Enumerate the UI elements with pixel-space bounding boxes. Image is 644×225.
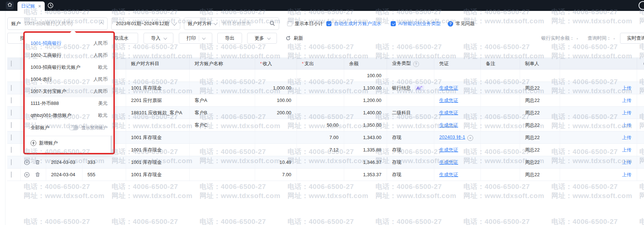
account-select[interactable]: 账户 1001-招商银行(人民币) — [7, 17, 108, 30]
account-option-4[interactable]: 1007-支付宝账户人民币 — [25, 85, 113, 97]
watermark-phone: 电话：4006-6500-27 — [287, 217, 354, 225]
checkbox-auto-flow[interactable]: 自动生成对方账户流水 — [326, 17, 381, 30]
column-header-upload — [560, 58, 637, 70]
account-option-currency: 人民币 — [93, 52, 108, 59]
generate-voucher-link[interactable]: 生成凭证 — [439, 147, 458, 153]
row-checkbox[interactable] — [11, 171, 12, 178]
column-header-check — [7, 58, 20, 70]
show-disabled-toggle[interactable] — [69, 125, 79, 130]
cell-counterparty — [189, 82, 255, 94]
cell-check — [7, 82, 20, 94]
cell-subject: 1001 库存现金 — [126, 156, 189, 169]
print-button[interactable]: 打印 — [179, 33, 212, 44]
row-checkbox[interactable] — [11, 159, 12, 165]
import-button[interactable]: 导入 — [144, 33, 173, 44]
generate-voucher-link[interactable]: 生成凭证 — [439, 172, 458, 177]
cell-no: 333 — [82, 156, 126, 169]
cell-date: 2024-03-03 — [46, 156, 82, 169]
cell-counterparty: 客户A — [189, 94, 255, 107]
refresh-button[interactable]: 刷新 — [281, 33, 308, 44]
chevron-down-icon[interactable] — [202, 36, 206, 40]
column-header-label: 支出 — [305, 61, 314, 66]
cell-gear — [637, 82, 644, 94]
generate-voucher-link[interactable]: 生成凭证 — [439, 85, 458, 91]
checkbox-ai-type[interactable]: AI智能识别业务类型 — [391, 17, 440, 30]
all-accounts-row[interactable]: 全部账户 显示禁用账户 — [25, 121, 113, 134]
row-checkbox[interactable] — [11, 97, 12, 103]
watermark-phone: 电话：4006-6500-27 — [24, 182, 90, 192]
tab-close-icon[interactable]: × — [38, 4, 41, 9]
select-all-checkbox[interactable] — [11, 60, 12, 67]
account-option-1[interactable]: 1002-工商银行人民币 — [25, 49, 113, 61]
voucher-number-link[interactable]: 202403 转-1 — [439, 134, 466, 140]
search-input[interactable]: 科目名称查询 — [222, 20, 267, 27]
column-header-label: 余额 — [349, 61, 359, 66]
watermark-phone: 电话：4006-6500-27 — [639, 182, 644, 192]
refresh-icon — [286, 36, 291, 41]
row-checkbox[interactable] — [11, 122, 12, 128]
upload-attachment-link[interactable]: 上传 — [622, 172, 632, 177]
watermark-phone: 电话：4006-6500-27 — [463, 217, 530, 225]
tab-journal[interactable]: 日记账 × — [17, 1, 45, 11]
account-option-currency: 人民币 — [93, 88, 108, 95]
upload-attachment-link[interactable]: 上传 — [622, 98, 632, 103]
cell-income — [255, 119, 297, 131]
export-button[interactable]: 导出 — [217, 33, 242, 44]
subject-search-box[interactable]: 账户对方科 科目名称查询 — [184, 17, 279, 30]
upload-attachment-link[interactable]: 上传 — [622, 110, 632, 115]
cell-subject — [126, 70, 189, 82]
dropdown-scrollbar[interactable] — [110, 135, 112, 154]
account-option-6[interactable]: qthbzj001-微信账户欧元 — [25, 109, 113, 121]
chevron-down-icon — [214, 21, 217, 25]
cell-income — [255, 131, 297, 144]
add-row-icon[interactable] — [24, 171, 30, 178]
checkbox-daily-subtotal[interactable]: 显示本日小计 — [287, 17, 323, 30]
remove-voucher-icon[interactable]: × — [467, 135, 473, 141]
search-field-select[interactable]: 账户对方科 — [188, 20, 212, 27]
row-checkbox[interactable] — [11, 147, 12, 153]
cell-income — [255, 70, 297, 82]
row-checkbox[interactable] — [11, 85, 12, 91]
checkbox-checked-icon[interactable] — [391, 21, 396, 26]
delete-row-trash-icon[interactable] — [35, 159, 41, 166]
account-option-3[interactable]: 1004-农行人民币 — [25, 73, 113, 85]
generate-voucher-link[interactable]: 生成凭证 — [439, 159, 458, 165]
search-icon[interactable] — [269, 20, 275, 27]
upload-attachment-link[interactable]: 上传 — [622, 122, 632, 128]
account-option-0[interactable]: 1001-招商银行人民币 — [25, 37, 113, 49]
account-option-2[interactable]: 1003-招商银行欧元账户欧元 — [25, 61, 113, 73]
period-select[interactable]: 2023年01期~2024年12期 — [111, 17, 180, 30]
help-circle-icon[interactable]: ? — [413, 61, 419, 67]
row-checkbox[interactable] — [11, 110, 12, 116]
watermark-phone: 电话：4006-6500-27 — [375, 182, 442, 192]
upload-attachment-link[interactable]: 上传 — [622, 85, 632, 91]
history-icon[interactable] — [47, 2, 54, 9]
upload-attachment-link[interactable]: 上传 — [622, 147, 632, 153]
row-checkbox[interactable] — [11, 134, 12, 141]
account-option-5[interactable]: 1111-外币888美元 — [25, 97, 113, 109]
cell-remark — [480, 144, 520, 156]
upload-attachment-link[interactable]: 上传 — [622, 159, 632, 165]
account-option-currency: 人民币 — [93, 76, 108, 83]
upload-attachment-link[interactable]: 上传 — [622, 135, 632, 140]
add-row-icon[interactable] — [24, 159, 30, 166]
add-account-button[interactable]: 新增账户 — [25, 136, 113, 150]
checkbox-label: 自动生成对方账户流水 — [334, 20, 381, 27]
delete-row-trash-icon[interactable] — [35, 171, 41, 178]
cell-maker: 周总22 — [520, 107, 560, 119]
generate-voucher-link[interactable]: 生成凭证 — [439, 110, 458, 115]
more-button[interactable]: 更多 — [247, 33, 277, 44]
cell-check — [7, 107, 20, 119]
cell-subject: 2201 应付票据 — [126, 94, 189, 107]
home-button[interactable] — [6, 1, 14, 9]
checkbox-icon[interactable] — [287, 21, 292, 26]
checkbox-checked-icon[interactable] — [326, 21, 331, 26]
faq-link[interactable]: ? 常见问题 — [448, 17, 475, 30]
account-value: 1001-招商银行(人民币) — [24, 20, 97, 27]
cell-gear — [637, 119, 644, 131]
cell-voucher: 生成凭证 — [434, 156, 480, 169]
generate-voucher-link[interactable]: 生成凭证 — [439, 98, 458, 103]
account-dropdown: 1001-招商银行人民币1002-工商银行人民币1003-招商银行欧元账户欧元1… — [25, 33, 113, 153]
generate-voucher-link[interactable]: 生成凭证 — [439, 122, 458, 128]
realtime-query-button[interactable]: 实时查询 — [620, 33, 644, 44]
